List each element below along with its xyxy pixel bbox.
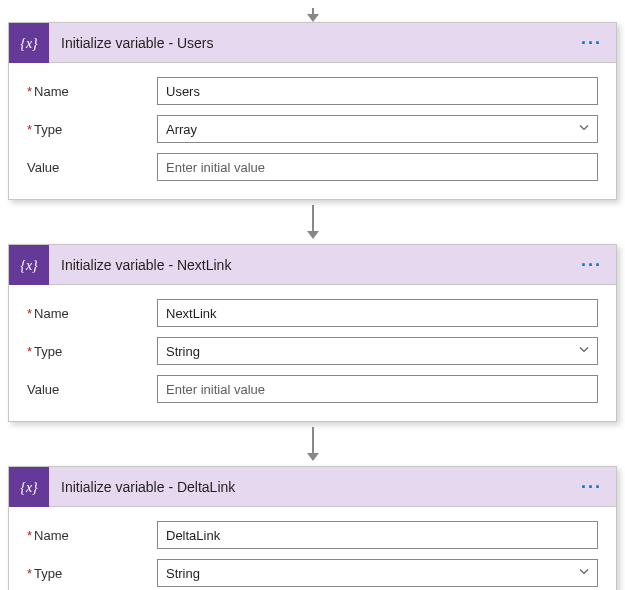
connector-arrow xyxy=(8,200,617,244)
label-type: *Type xyxy=(27,566,157,581)
connector-incoming xyxy=(8,8,617,22)
card-menu-button[interactable]: ··· xyxy=(577,474,606,500)
card-header[interactable]: {x} Initialize variable - NextLink ··· xyxy=(9,245,616,285)
name-input[interactable] xyxy=(157,77,598,105)
value-input[interactable] xyxy=(157,153,598,181)
svg-text:{x}: {x} xyxy=(20,258,38,273)
type-select[interactable] xyxy=(157,115,598,143)
card-menu-button[interactable]: ··· xyxy=(577,252,606,278)
label-name: *Name xyxy=(27,84,157,99)
variable-icon: {x} xyxy=(9,23,49,63)
type-select[interactable] xyxy=(157,337,598,365)
action-card-deltalink: {x} Initialize variable - DeltaLink ··· … xyxy=(8,466,617,590)
action-card-nextlink: {x} Initialize variable - NextLink ··· *… xyxy=(8,244,617,422)
card-title: Initialize variable - Users xyxy=(49,35,577,51)
label-name: *Name xyxy=(27,528,157,543)
label-type: *Type xyxy=(27,122,157,137)
card-header[interactable]: {x} Initialize variable - DeltaLink ··· xyxy=(9,467,616,507)
name-input[interactable] xyxy=(157,299,598,327)
card-body: *Name *Type Value xyxy=(9,285,616,421)
card-title: Initialize variable - NextLink xyxy=(49,257,577,273)
label-value: Value xyxy=(27,160,157,175)
variable-icon: {x} xyxy=(9,467,49,507)
connector-arrow xyxy=(8,422,617,466)
card-title: Initialize variable - DeltaLink xyxy=(49,479,577,495)
label-type: *Type xyxy=(27,344,157,359)
card-body: *Name *Type Value xyxy=(9,63,616,199)
label-value: Value xyxy=(27,382,157,397)
card-header[interactable]: {x} Initialize variable - Users ··· xyxy=(9,23,616,63)
value-input[interactable] xyxy=(157,375,598,403)
action-card-users: {x} Initialize variable - Users ··· *Nam… xyxy=(8,22,617,200)
type-select[interactable] xyxy=(157,559,598,587)
card-menu-button[interactable]: ··· xyxy=(577,30,606,56)
card-body: *Name *Type Value xyxy=(9,507,616,590)
label-name: *Name xyxy=(27,306,157,321)
svg-text:{x}: {x} xyxy=(20,36,38,51)
svg-text:{x}: {x} xyxy=(20,480,38,495)
name-input[interactable] xyxy=(157,521,598,549)
variable-icon: {x} xyxy=(9,245,49,285)
